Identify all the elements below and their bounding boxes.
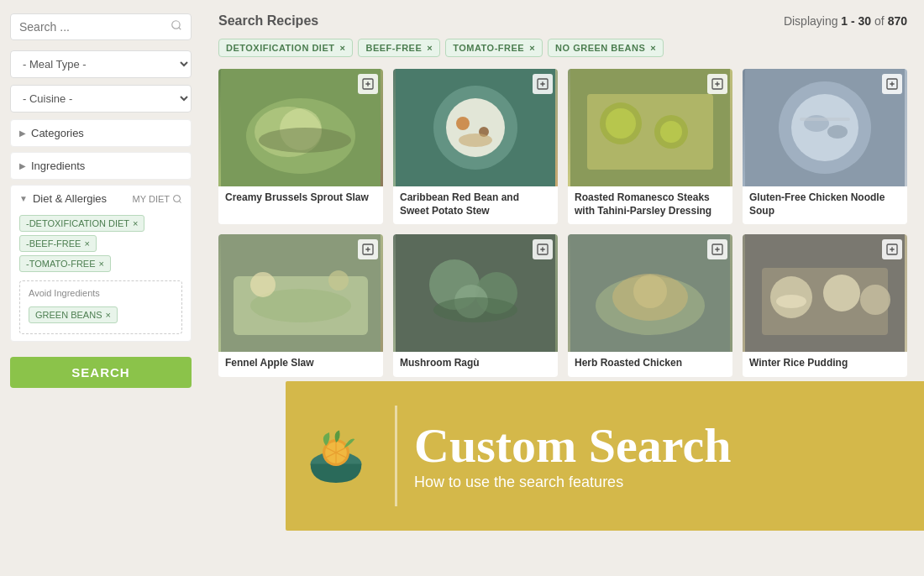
ingredients-header[interactable]: ▶ Ingredients bbox=[11, 153, 191, 179]
custom-search-banner[interactable]: Custom Search How to use the search feat… bbox=[286, 381, 924, 531]
filter-chip-tomato-remove[interactable]: × bbox=[529, 43, 535, 53]
my-diet-link[interactable]: MY DIET bbox=[133, 194, 182, 204]
recipe-card-r2[interactable]: Caribbean Red Bean and Sweet Potato Stew bbox=[393, 69, 558, 224]
recipe-card-r7[interactable]: Herb Roasted Chicken bbox=[568, 234, 732, 377]
display-range: 1 - 30 bbox=[841, 14, 874, 28]
filter-chip-nogreenbeans-label: NO GREEN BEANS bbox=[555, 43, 645, 53]
svg-point-51 bbox=[433, 297, 517, 322]
recipe-title-r6: Mushroom Ragù bbox=[393, 352, 558, 377]
cuisine-select[interactable]: - Cuisine - Italian Mexican Asian bbox=[10, 85, 192, 113]
diet-tag-beef-remove[interactable]: × bbox=[84, 238, 89, 249]
categories-header[interactable]: ▶ Categories bbox=[11, 120, 191, 146]
banner-divider bbox=[395, 406, 397, 506]
recipe-title-r5: Fennel Apple Slaw bbox=[218, 352, 383, 377]
banner-text: Custom Search How to use the search feat… bbox=[406, 422, 924, 491]
search-box bbox=[10, 13, 192, 40]
svg-line-1 bbox=[179, 28, 181, 30]
recipe-card-r8[interactable]: Winter Rice Pudding bbox=[743, 234, 907, 377]
recipe-title-r2: Caribbean Red Bean and Sweet Potato Stew bbox=[393, 186, 558, 224]
add-icon-r1[interactable] bbox=[358, 74, 378, 94]
page-wrapper: - Meal Type - Breakfast Lunch Dinner Sna… bbox=[0, 0, 924, 576]
diet-label: Diet & Allergies bbox=[33, 192, 107, 205]
svg-point-58 bbox=[633, 275, 667, 308]
svg-point-42 bbox=[250, 272, 276, 297]
diet-section: ▼ Diet & Allergies MY DIET -DETOXIFICATI… bbox=[10, 185, 192, 342]
add-icon-r4[interactable] bbox=[882, 74, 902, 94]
banner-main-title: Custom Search bbox=[414, 422, 924, 470]
recipe-card-r6[interactable]: Mushroom Ragù bbox=[393, 234, 558, 377]
svg-point-0 bbox=[172, 21, 180, 29]
categories-section: ▶ Categories bbox=[10, 119, 192, 147]
logo-svg bbox=[302, 422, 370, 490]
svg-point-14 bbox=[446, 98, 505, 157]
search-icon bbox=[171, 19, 182, 34]
recipe-image-r5 bbox=[218, 234, 383, 352]
svg-point-43 bbox=[328, 270, 349, 291]
avoid-tag-greenbeans-remove[interactable]: × bbox=[105, 310, 110, 320]
add-icon-r5[interactable] bbox=[358, 239, 378, 259]
banner-sub-title: How to use the search features bbox=[414, 474, 924, 491]
recipe-title-r3: Roasted Romanesco Steaks with Tahini-Par… bbox=[568, 186, 732, 224]
recipe-image-r2 bbox=[393, 69, 558, 186]
add-icon-r6[interactable] bbox=[533, 239, 553, 259]
diet-tag-detox-label: -DETOXIFICATION DIET bbox=[26, 218, 129, 228]
diet-arrow: ▼ bbox=[19, 194, 28, 203]
recipe-image-r4 bbox=[743, 69, 907, 186]
add-icon-r8[interactable] bbox=[882, 239, 902, 259]
add-icon-r3[interactable] bbox=[707, 74, 727, 94]
meal-type-select[interactable]: - Meal Type - Breakfast Lunch Dinner Sna… bbox=[10, 50, 192, 78]
recipe-image-r8 bbox=[743, 234, 907, 352]
avoid-tags: GREEN BEANS × bbox=[29, 303, 173, 327]
filter-chip-detox-remove[interactable]: × bbox=[340, 43, 346, 53]
svg-point-34 bbox=[827, 125, 848, 139]
recipe-image-r6 bbox=[393, 234, 558, 352]
diet-tag-tomato-remove[interactable]: × bbox=[99, 259, 104, 269]
ingredients-arrow: ▶ bbox=[19, 161, 26, 170]
filter-chip-nogreenbeans-remove[interactable]: × bbox=[650, 43, 656, 53]
svg-point-17 bbox=[459, 134, 492, 147]
diet-tag-beef: -BEEF-FREE × bbox=[19, 235, 97, 252]
svg-point-15 bbox=[456, 117, 470, 130]
svg-point-66 bbox=[860, 285, 890, 315]
categories-label: Categories bbox=[31, 127, 84, 139]
add-icon-r7[interactable] bbox=[707, 239, 727, 259]
filter-chip-beef-remove[interactable]: × bbox=[427, 43, 433, 53]
search-input[interactable] bbox=[19, 20, 171, 34]
svg-point-2 bbox=[174, 195, 181, 202]
recipe-image-r3 bbox=[568, 69, 732, 186]
diet-tags: -DETOXIFICATION DIET × -BEEF-FREE × -TOM… bbox=[19, 212, 182, 275]
meal-type-wrapper: - Meal Type - Breakfast Lunch Dinner Sna… bbox=[10, 50, 192, 78]
recipe-card-r5[interactable]: Fennel Apple Slaw bbox=[218, 234, 383, 377]
ingredients-section: ▶ Ingredients bbox=[10, 152, 192, 180]
page-title: Search Recipes bbox=[218, 13, 318, 29]
recipe-title-r4: Gluten-Free Chicken Noodle Soup bbox=[743, 186, 907, 224]
svg-point-26 bbox=[660, 121, 682, 143]
recipe-card-r1[interactable]: Creamy Brussels Sprout Slaw bbox=[218, 69, 383, 224]
recipe-image-r7 bbox=[568, 234, 732, 352]
avoid-tag-greenbeans-label: GREEN BEANS bbox=[35, 310, 102, 320]
diet-header[interactable]: ▼ Diet & Allergies MY DIET bbox=[19, 192, 182, 205]
diet-tag-detox-remove[interactable]: × bbox=[133, 218, 138, 228]
search-button[interactable]: SEARCH bbox=[10, 357, 192, 388]
my-diet-label: MY DIET bbox=[133, 194, 170, 204]
ingredients-label: Ingredients bbox=[31, 160, 85, 172]
svg-rect-35 bbox=[800, 118, 850, 121]
filter-chip-detox-label: DETOXIFICATION DIET bbox=[226, 43, 335, 53]
diet-tag-detox: -DETOXIFICATION DIET × bbox=[19, 215, 144, 232]
filter-chip-beef-label: BEEF-FREE bbox=[365, 43, 422, 53]
recipe-card-r3[interactable]: Roasted Romanesco Steaks with Tahini-Par… bbox=[568, 69, 732, 224]
display-count: 870 bbox=[888, 14, 907, 28]
filter-chip-tomato: TOMATO-FREE × bbox=[445, 39, 543, 57]
svg-line-3 bbox=[179, 201, 181, 202]
recipe-title-r7: Herb Roasted Chicken bbox=[568, 352, 732, 377]
avoid-section: Avoid Ingredients GREEN BEANS × bbox=[19, 280, 182, 334]
avoid-tag-greenbeans: GREEN BEANS × bbox=[29, 306, 118, 323]
active-filters: DETOXIFICATION DIET × BEEF-FREE × TOMATO… bbox=[218, 39, 907, 57]
filter-chip-detox: DETOXIFICATION DIET × bbox=[218, 39, 353, 57]
recipe-card-r4[interactable]: Gluten-Free Chicken Noodle Soup bbox=[743, 69, 907, 224]
recipe-title-r8: Winter Rice Pudding bbox=[743, 352, 907, 377]
svg-point-65 bbox=[823, 275, 860, 312]
svg-point-67 bbox=[776, 295, 806, 308]
avoid-label: Avoid Ingredients bbox=[29, 288, 173, 298]
add-icon-r2[interactable] bbox=[533, 74, 553, 94]
